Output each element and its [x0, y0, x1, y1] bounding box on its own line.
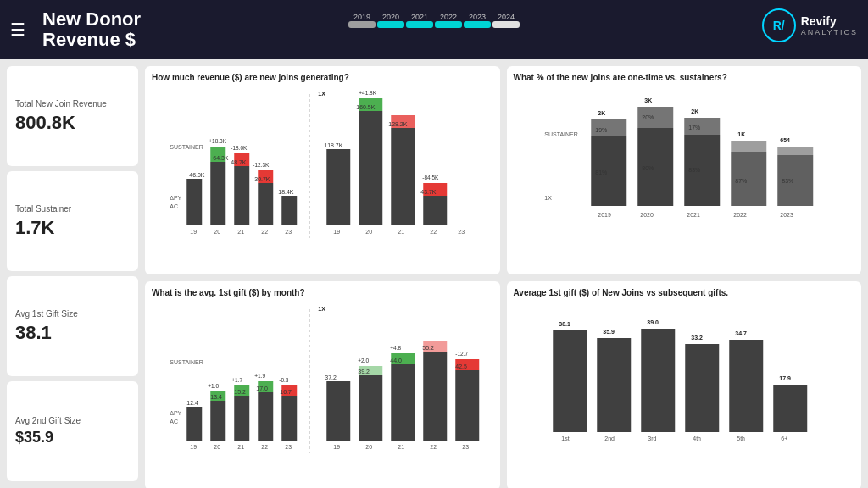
- svg-rect-101: [326, 381, 350, 441]
- sidebar: Total New Join Revenue 800.8K Total Sust…: [7, 66, 138, 481]
- svg-text:23: 23: [458, 229, 465, 235]
- svg-text:48.7K: 48.7K: [231, 159, 247, 165]
- svg-text:1K: 1K: [737, 131, 745, 137]
- subsequent-gifts-chart-panel: Average 1st gift ($) of New Joins vs sub…: [507, 281, 862, 488]
- svg-text:-0.3: -0.3: [279, 377, 289, 383]
- svg-text:1X: 1X: [318, 91, 326, 97]
- timeline-bar[interactable]: 2019 2020 2021 2022 2023 2024: [348, 13, 520, 28]
- charts-row-top: How much revenue ($) are new joins gener…: [145, 66, 861, 274]
- svg-text:AC: AC: [170, 203, 178, 209]
- svg-text:-84.5K: -84.5K: [422, 175, 439, 180]
- stat-value-avg2nd: $35.9: [15, 429, 130, 446]
- svg-text:+1.0: +1.0: [208, 383, 219, 389]
- svg-text:37.2: 37.2: [325, 374, 337, 380]
- svg-text:2nd: 2nd: [604, 435, 615, 441]
- svg-text:17.9: 17.9: [779, 375, 791, 381]
- avg-gift-chart-svg: 1X SUSTAINER 12.4 13.4 +1.0 15.2 +1.7: [152, 301, 493, 483]
- svg-text:2023: 2023: [780, 212, 793, 218]
- svg-text:55.2: 55.2: [422, 345, 434, 351]
- svg-text:SUSTAINER: SUSTAINER: [170, 144, 203, 150]
- svg-text:83%: 83%: [782, 178, 793, 184]
- page-title: New Donor Revenue $: [42, 9, 141, 50]
- svg-text:64.3K: 64.3K: [213, 155, 229, 161]
- svg-text:118.7K: 118.7K: [324, 142, 343, 148]
- svg-rect-76: [186, 407, 202, 441]
- svg-text:+4.8: +4.8: [390, 345, 401, 351]
- svg-text:22: 22: [261, 444, 268, 450]
- svg-text:1X: 1X: [318, 306, 326, 312]
- hamburger-icon[interactable]: ☰: [10, 19, 25, 40]
- svg-text:+2.0: +2.0: [358, 358, 369, 363]
- svg-text:35.9: 35.9: [603, 329, 615, 335]
- logo-icon: R/: [762, 8, 796, 42]
- svg-rect-2: [186, 179, 202, 225]
- svg-text:87%: 87%: [735, 178, 747, 184]
- svg-text:19%: 19%: [595, 127, 607, 133]
- svg-text:44.0: 44.0: [390, 358, 402, 363]
- svg-text:2021: 2021: [687, 212, 700, 218]
- svg-rect-16: [281, 196, 297, 225]
- svg-text:33.2: 33.2: [691, 335, 703, 341]
- svg-text:3K: 3K: [644, 97, 652, 103]
- svg-rect-124: [553, 330, 587, 432]
- svg-text:13.4: 13.4: [210, 394, 222, 400]
- svg-text:+41.8K: +41.8K: [359, 90, 376, 96]
- svg-text:80%: 80%: [642, 165, 654, 171]
- stat-card-sustainer: Total Sustainer 1.7K: [7, 171, 138, 271]
- svg-text:6+: 6+: [781, 435, 787, 441]
- svg-text:20: 20: [365, 444, 372, 450]
- main-content: Total New Join Revenue 800.8K Total Sust…: [0, 59, 868, 488]
- svg-text:23: 23: [462, 444, 469, 450]
- stat-label-avg1st: Avg 1st Gift Size: [15, 309, 130, 319]
- svg-text:39.2: 39.2: [358, 369, 370, 374]
- svg-text:46.0K: 46.0K: [189, 172, 205, 178]
- timeline: 2019 2020 2021 2022 2023 2024: [348, 13, 520, 28]
- svg-text:4th: 4th: [693, 435, 701, 441]
- svg-text:ΔPY: ΔPY: [170, 195, 181, 201]
- svg-text:654: 654: [780, 137, 790, 143]
- stat-value-avg1st: 38.1: [15, 322, 130, 344]
- svg-text:42.5: 42.5: [455, 363, 467, 369]
- svg-text:15.2: 15.2: [234, 389, 246, 395]
- svg-rect-34: [423, 196, 447, 225]
- logo-subtitle: ANALYTICS: [801, 28, 858, 36]
- svg-text:19: 19: [333, 444, 340, 450]
- avg-gift-chart-panel: What is the avg. 1st gift ($) by month? …: [145, 281, 500, 488]
- svg-text:3rd: 3rd: [648, 435, 656, 441]
- revenue-chart-title: How much revenue ($) are new joins gener…: [152, 73, 493, 82]
- svg-text:5th: 5th: [737, 435, 745, 441]
- svg-text:20: 20: [365, 229, 372, 235]
- svg-rect-136: [729, 340, 763, 432]
- svg-text:20: 20: [214, 444, 220, 450]
- svg-text:21: 21: [237, 229, 244, 235]
- svg-text:SUSTAINER: SUSTAINER: [170, 359, 203, 365]
- svg-text:-12.7: -12.7: [455, 351, 468, 357]
- svg-text:+18.3K: +18.3K: [209, 138, 226, 144]
- svg-text:17%: 17%: [688, 125, 700, 130]
- svg-rect-4: [210, 162, 225, 225]
- svg-text:23: 23: [285, 229, 292, 235]
- svg-rect-82: [234, 396, 249, 441]
- svg-text:2K: 2K: [598, 110, 605, 116]
- svg-text:21: 21: [237, 444, 244, 450]
- svg-rect-133: [685, 344, 719, 432]
- svg-rect-64: [731, 141, 766, 152]
- svg-text:1X: 1X: [544, 195, 552, 201]
- svg-text:160.5K: 160.5K: [356, 104, 376, 110]
- svg-text:39.0: 39.0: [647, 319, 659, 325]
- svg-text:SUSTAINER: SUSTAINER: [544, 131, 578, 137]
- logo-name: Revify: [801, 14, 858, 28]
- svg-text:-18.0K: -18.0K: [231, 145, 248, 151]
- svg-text:2022: 2022: [733, 212, 747, 218]
- svg-text:17.0: 17.0: [256, 385, 268, 391]
- svg-text:34.7: 34.7: [735, 330, 747, 336]
- pct-chart-title: What % of the new joins are one-time vs.…: [514, 73, 855, 82]
- svg-rect-127: [597, 338, 631, 432]
- svg-text:19: 19: [333, 229, 340, 235]
- revenue-chart-svg: 1X SUSTAINER 46.0K 64.3K +18.3K 48.7K: [152, 86, 493, 268]
- svg-text:22: 22: [430, 229, 437, 235]
- svg-rect-114: [455, 370, 479, 441]
- svg-text:83%: 83%: [688, 167, 700, 173]
- logo: R/ Revify ANALYTICS: [762, 8, 858, 42]
- svg-rect-130: [641, 329, 675, 432]
